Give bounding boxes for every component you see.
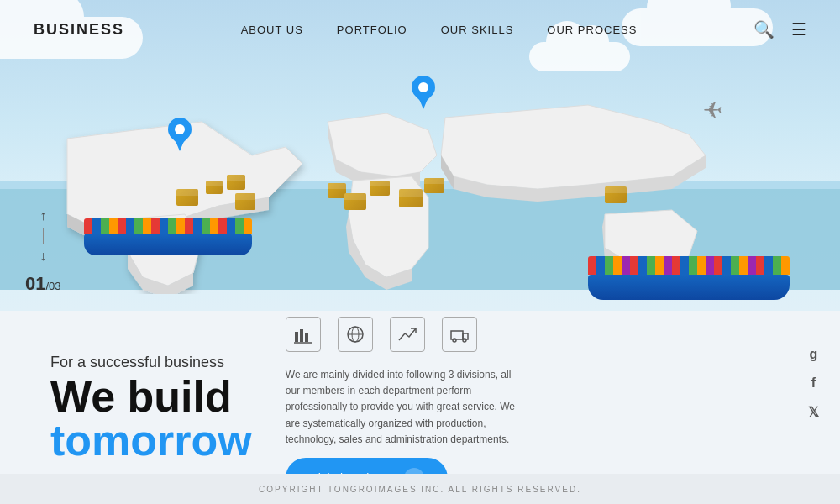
cargo-box-7 [370,181,390,196]
copyright-text: COPYRIGHT TONGROIMAGES INC. ALL RIGHTS R… [259,485,581,494]
cargo-box-1 [176,189,198,206]
svg-rect-2 [295,332,298,342]
location-pin-1 [168,118,192,151]
logo: BUSINESS [34,21,124,39]
svg-rect-4 [305,333,308,342]
header: BUSINESS ABOUT US PORTFOLIO OUR SKILLS O… [0,0,840,59]
social-links: g f 𝕏 [808,347,819,420]
nav-skills[interactable]: OUR SKILLS [441,24,514,36]
cargo-box-4 [235,193,255,210]
pin-marker-2 [407,71,440,104]
svg-point-11 [463,339,466,342]
navigation: ABOUT US PORTFOLIO OUR SKILLS OUR PROCES… [241,24,638,36]
nav-divider [43,228,44,244]
search-icon[interactable]: 🔍 [753,19,774,39]
nav-process[interactable]: OUR PROCESS [547,24,637,36]
cargo-box-3 [227,175,245,190]
footer: COPYRIGHT TONGROIMAGES INC. ALL RIGHTS R… [0,474,840,504]
service-icon-growth [390,317,425,352]
nav-about[interactable]: ABOUT US [241,24,303,36]
facebook-icon[interactable]: f [811,375,816,391]
menu-icon[interactable]: ☰ [791,19,806,39]
page-navigation: ↑ ↓ 01/03 [25,209,61,295]
page-counter: 01/03 [25,273,61,295]
service-icons-row [286,317,790,352]
airplane-icon: ✈ [703,97,722,124]
nav-portfolio[interactable]: PORTFOLIO [337,24,407,36]
tagline-main: We build [50,375,252,418]
svg-rect-9 [451,331,463,339]
cargo-box-2 [206,181,223,194]
header-actions: 🔍 ☰ [753,19,806,39]
service-icon-globe [338,317,373,352]
cargo-ship-1 [84,218,252,255]
service-icon-chart [286,317,321,352]
hero-description: We are mainly divided into following 3 d… [286,367,521,448]
location-pin-2 [412,76,435,109]
hero-tagline: For a successful business We build tomor… [50,354,252,462]
right-panel: We are mainly divided into following 3 d… [252,317,790,498]
svg-rect-3 [300,329,303,342]
svg-point-10 [453,339,456,342]
cargo-box-9 [424,178,444,193]
tagline-subtitle: For a successful business [50,354,252,371]
twitter-icon[interactable]: 𝕏 [808,404,819,420]
cargo-box-6 [344,193,366,210]
cargo-ship-2 [588,256,790,300]
cargo-box-5 [328,183,346,198]
cargo-box-8 [399,189,423,207]
google-icon[interactable]: g [810,347,818,362]
nav-up-arrow[interactable]: ↑ [39,209,46,223]
tagline-accent: tomorrow [50,418,252,462]
service-icon-truck [442,317,477,352]
pin-marker-1 [163,113,197,146]
nav-down-arrow[interactable]: ↓ [39,249,46,263]
cargo-box-10 [605,186,627,203]
